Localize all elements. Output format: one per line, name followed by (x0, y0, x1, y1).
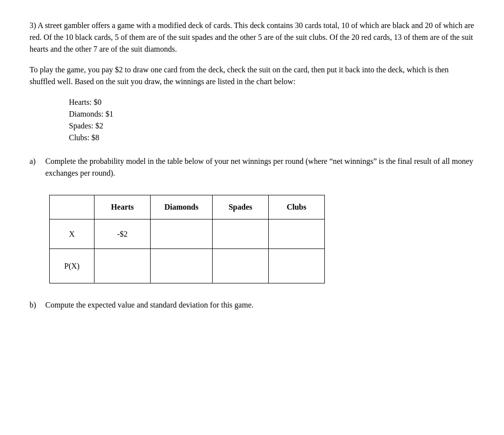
row-px-spades[interactable] (212, 249, 268, 283)
table-header-row: Hearts Diamonds Spades Clubs (50, 195, 325, 219)
header-hearts: Hearts (94, 195, 151, 219)
winnings-spades: Spades: $2 (69, 120, 474, 132)
part-a-label: a) (30, 155, 41, 167)
winnings-clubs: Clubs: $8 (69, 132, 474, 144)
header-clubs: Clubs (268, 195, 324, 219)
header-empty (50, 195, 94, 219)
table-row-x: X -$2 (50, 219, 325, 249)
row-px-diamonds[interactable] (151, 249, 213, 283)
row-x-label: X (50, 219, 94, 249)
problem-container: 3) A street gambler offers a game with a… (30, 20, 474, 311)
table-container: Hearts Diamonds Spades Clubs X -$2 P(X) (49, 195, 474, 283)
winnings-diamonds: Diamonds: $1 (69, 108, 474, 120)
table-row-px: P(X) (50, 249, 325, 283)
row-x-clubs[interactable] (268, 219, 324, 249)
row-x-hearts[interactable]: -$2 (94, 219, 151, 249)
winnings-list: Hearts: $0 Diamonds: $1 Spades: $2 Clubs… (69, 96, 474, 144)
row-px-clubs[interactable] (268, 249, 324, 283)
winnings-hearts: Hearts: $0 (69, 96, 474, 108)
problem-number: 3) (30, 21, 36, 30)
part-b-text: Compute the expected value and standard … (45, 299, 474, 311)
header-spades: Spades (212, 195, 268, 219)
probability-table: Hearts Diamonds Spades Clubs X -$2 P(X) (49, 195, 325, 283)
paragraph1-text: A street gambler offers a game with a mo… (30, 21, 474, 53)
part-b: b) Compute the expected value and standa… (30, 299, 474, 311)
part-a-text: Complete the probability model in the ta… (45, 155, 474, 179)
row-px-label: P(X) (50, 249, 94, 283)
problem-paragraph2: To play the game, you pay $2 to draw one… (30, 64, 474, 88)
part-b-label: b) (30, 299, 41, 311)
row-px-hearts[interactable] (94, 249, 151, 283)
part-a: a) Complete the probability model in the… (30, 155, 474, 179)
problem-paragraph1: 3) A street gambler offers a game with a… (30, 20, 474, 55)
header-diamonds: Diamonds (151, 195, 213, 219)
paragraph2-text: To play the game, you pay $2 to draw one… (30, 65, 449, 86)
row-x-diamonds[interactable] (151, 219, 213, 249)
row-x-spades[interactable] (212, 219, 268, 249)
